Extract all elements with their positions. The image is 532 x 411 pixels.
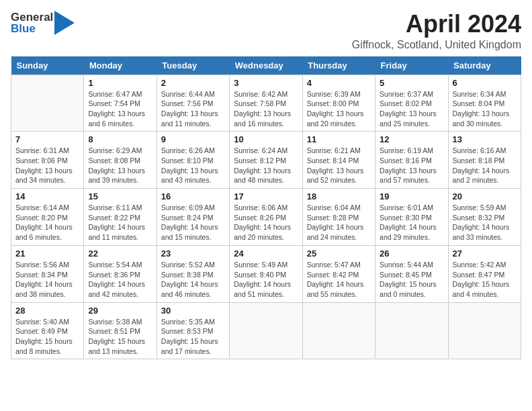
calendar-cell: 29Sunrise: 5:38 AMSunset: 8:51 PMDayligh… (84, 302, 157, 359)
day-info: Sunrise: 6:39 AMSunset: 8:00 PMDaylight:… (307, 89, 371, 129)
week-row-3: 14Sunrise: 6:14 AMSunset: 8:20 PMDayligh… (11, 189, 521, 246)
day-number: 8 (88, 134, 152, 144)
day-info: Sunrise: 6:34 AMSunset: 8:04 PMDaylight:… (453, 89, 517, 129)
weekday-header-tuesday: Tuesday (157, 56, 229, 75)
calendar-cell: 17Sunrise: 6:06 AMSunset: 8:26 PMDayligh… (230, 189, 302, 246)
day-info: Sunrise: 6:44 AMSunset: 7:56 PMDaylight:… (161, 89, 225, 129)
day-info: Sunrise: 6:31 AMSunset: 8:06 PMDaylight:… (15, 146, 79, 185)
day-info: Sunrise: 5:54 AMSunset: 8:36 PMDaylight:… (88, 260, 152, 300)
day-info: Sunrise: 6:37 AMSunset: 8:02 PMDaylight:… (380, 89, 443, 129)
calendar-cell (302, 302, 375, 359)
calendar-cell: 28Sunrise: 5:40 AMSunset: 8:49 PMDayligh… (11, 302, 84, 359)
day-info: Sunrise: 6:06 AMSunset: 8:26 PMDaylight:… (234, 203, 298, 242)
calendar-cell: 23Sunrise: 5:52 AMSunset: 8:38 PMDayligh… (157, 245, 229, 302)
weekday-header-monday: Monday (84, 56, 157, 75)
day-info: Sunrise: 6:19 AMSunset: 8:16 PMDaylight:… (380, 146, 443, 185)
day-info: Sunrise: 6:26 AMSunset: 8:10 PMDaylight:… (161, 146, 225, 185)
calendar-cell: 9Sunrise: 6:26 AMSunset: 8:10 PMDaylight… (157, 132, 229, 189)
logo: General Blue (11, 11, 75, 35)
week-row-2: 7Sunrise: 6:31 AMSunset: 8:06 PMDaylight… (11, 132, 521, 189)
day-number: 9 (161, 134, 225, 144)
day-info: Sunrise: 6:04 AMSunset: 8:28 PMDaylight:… (307, 203, 371, 242)
month-title: April 2024 (352, 11, 521, 38)
day-number: 22 (88, 248, 152, 259)
calendar-cell: 19Sunrise: 6:01 AMSunset: 8:30 PMDayligh… (375, 189, 448, 246)
weekday-header-friday: Friday (375, 56, 448, 75)
day-info: Sunrise: 6:09 AMSunset: 8:24 PMDaylight:… (161, 203, 225, 242)
day-info: Sunrise: 6:01 AMSunset: 8:30 PMDaylight:… (380, 203, 443, 242)
location-title: Giffnock, Scotland, United Kingdom (352, 39, 521, 51)
day-number: 14 (15, 191, 79, 201)
day-number: 27 (453, 248, 517, 259)
day-info: Sunrise: 5:42 AMSunset: 8:47 PMDaylight:… (453, 260, 517, 300)
calendar-cell: 10Sunrise: 6:24 AMSunset: 8:12 PMDayligh… (230, 132, 302, 189)
weekday-header-sunday: Sunday (11, 56, 84, 75)
calendar-cell: 27Sunrise: 5:42 AMSunset: 8:47 PMDayligh… (448, 245, 521, 302)
calendar-cell: 12Sunrise: 6:19 AMSunset: 8:16 PMDayligh… (375, 132, 448, 189)
calendar-cell: 6Sunrise: 6:34 AMSunset: 8:04 PMDaylight… (448, 75, 521, 132)
calendar-cell: 5Sunrise: 6:37 AMSunset: 8:02 PMDaylight… (375, 75, 448, 132)
day-info: Sunrise: 6:21 AMSunset: 8:14 PMDaylight:… (307, 146, 371, 185)
calendar-cell: 15Sunrise: 6:11 AMSunset: 8:22 PMDayligh… (84, 189, 157, 246)
svg-marker-0 (54, 11, 75, 35)
day-number: 16 (161, 191, 225, 201)
day-number: 20 (453, 191, 517, 201)
calendar-cell (230, 302, 302, 359)
day-info: Sunrise: 5:59 AMSunset: 8:32 PMDaylight:… (453, 203, 517, 242)
day-number: 23 (161, 248, 225, 259)
calendar-cell: 3Sunrise: 6:42 AMSunset: 7:58 PMDaylight… (230, 75, 302, 132)
logo-blue: Blue (11, 23, 53, 34)
day-number: 4 (307, 78, 371, 88)
day-info: Sunrise: 6:16 AMSunset: 8:18 PMDaylight:… (453, 146, 517, 185)
day-number: 2 (161, 78, 225, 88)
day-number: 28 (15, 306, 79, 316)
day-number: 19 (380, 191, 443, 201)
logo-general: General (11, 11, 53, 23)
day-info: Sunrise: 5:49 AMSunset: 8:40 PMDaylight:… (234, 260, 298, 300)
calendar-cell: 30Sunrise: 5:35 AMSunset: 8:53 PMDayligh… (157, 302, 229, 359)
calendar-cell: 16Sunrise: 6:09 AMSunset: 8:24 PMDayligh… (157, 189, 229, 246)
calendar-cell: 8Sunrise: 6:29 AMSunset: 8:08 PMDaylight… (84, 132, 157, 189)
calendar-cell: 11Sunrise: 6:21 AMSunset: 8:14 PMDayligh… (302, 132, 375, 189)
day-number: 18 (307, 191, 371, 201)
day-number: 7 (15, 134, 79, 144)
day-number: 25 (307, 248, 371, 259)
day-info: Sunrise: 5:52 AMSunset: 8:38 PMDaylight:… (161, 260, 225, 300)
logo-icon (54, 11, 75, 35)
day-info: Sunrise: 5:38 AMSunset: 8:51 PMDaylight:… (88, 317, 152, 357)
header: General Blue April 2024 Giffnock, Scotla… (11, 11, 521, 51)
day-number: 10 (234, 134, 298, 144)
calendar-cell: 26Sunrise: 5:44 AMSunset: 8:45 PMDayligh… (375, 245, 448, 302)
day-info: Sunrise: 5:44 AMSunset: 8:45 PMDaylight:… (380, 260, 443, 300)
day-info: Sunrise: 5:56 AMSunset: 8:34 PMDaylight:… (15, 260, 79, 300)
day-info: Sunrise: 6:11 AMSunset: 8:22 PMDaylight:… (88, 203, 152, 242)
day-number: 13 (453, 134, 517, 144)
calendar-cell: 13Sunrise: 6:16 AMSunset: 8:18 PMDayligh… (448, 132, 521, 189)
day-info: Sunrise: 6:29 AMSunset: 8:08 PMDaylight:… (88, 146, 152, 185)
day-info: Sunrise: 5:40 AMSunset: 8:49 PMDaylight:… (15, 317, 79, 357)
day-number: 17 (234, 191, 298, 201)
calendar-cell (11, 75, 84, 132)
day-number: 6 (453, 78, 517, 88)
day-number: 24 (234, 248, 298, 259)
day-number: 30 (161, 306, 225, 316)
calendar-table: SundayMondayTuesdayWednesdayThursdayFrid… (11, 56, 521, 360)
day-number: 26 (380, 248, 443, 259)
day-info: Sunrise: 6:42 AMSunset: 7:58 PMDaylight:… (234, 89, 298, 129)
day-info: Sunrise: 6:24 AMSunset: 8:12 PMDaylight:… (234, 146, 298, 185)
week-row-4: 21Sunrise: 5:56 AMSunset: 8:34 PMDayligh… (11, 245, 521, 302)
calendar-cell: 21Sunrise: 5:56 AMSunset: 8:34 PMDayligh… (11, 245, 84, 302)
calendar-cell: 25Sunrise: 5:47 AMSunset: 8:42 PMDayligh… (302, 245, 375, 302)
title-area: April 2024 Giffnock, Scotland, United Ki… (352, 11, 521, 51)
calendar-cell: 22Sunrise: 5:54 AMSunset: 8:36 PMDayligh… (84, 245, 157, 302)
day-info: Sunrise: 5:35 AMSunset: 8:53 PMDaylight:… (161, 317, 225, 357)
weekday-header-wednesday: Wednesday (230, 56, 302, 75)
day-number: 12 (380, 134, 443, 144)
calendar-cell: 20Sunrise: 5:59 AMSunset: 8:32 PMDayligh… (448, 189, 521, 246)
day-number: 1 (88, 78, 152, 88)
calendar-cell (448, 302, 521, 359)
weekday-header-thursday: Thursday (302, 56, 375, 75)
week-row-5: 28Sunrise: 5:40 AMSunset: 8:49 PMDayligh… (11, 302, 521, 359)
day-info: Sunrise: 6:47 AMSunset: 7:54 PMDaylight:… (88, 89, 152, 129)
week-row-1: 1Sunrise: 6:47 AMSunset: 7:54 PMDaylight… (11, 75, 521, 132)
